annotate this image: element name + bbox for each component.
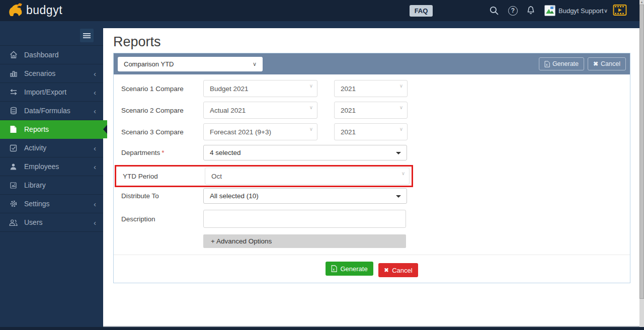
scenario-1-label: Scenario 1 Compare xyxy=(121,85,203,93)
scenario-2-year-select[interactable]: 2021 ∨ xyxy=(334,102,408,119)
database-icon xyxy=(9,107,18,115)
sidebar-item-reports[interactable]: Reports xyxy=(0,120,103,139)
scenario-1-select[interactable]: Budget 2021 ∨ xyxy=(203,80,317,97)
scrollbar-thumb[interactable] xyxy=(639,5,644,299)
sidebar-item-users[interactable]: Users xyxy=(0,213,103,232)
ytd-period-select[interactable]: Oct ∨ xyxy=(205,168,410,185)
budgyt-logo[interactable]: budgyt xyxy=(7,3,62,18)
scenario-3-value: Forecast 2021 (9+3) xyxy=(210,128,271,136)
ytd-period-row: YTD Period Oct ∨ xyxy=(116,168,412,185)
generate-button[interactable]: x Generate xyxy=(326,262,373,276)
faq-button[interactable]: FAQ xyxy=(410,5,433,17)
scenario-2-row: Scenario 2 Compare Actual 2021 ∨ 2021 ∨ xyxy=(114,102,630,119)
chevron-down-icon: ∨ xyxy=(253,61,257,67)
departments-label: Departments* xyxy=(121,149,203,156)
sidebar-toggle-hamburger-icon[interactable] xyxy=(80,29,94,42)
search-icon[interactable] xyxy=(489,0,499,21)
cancel-button[interactable]: ✖ Cancel xyxy=(378,263,418,277)
bottom-bar xyxy=(0,327,644,330)
sidebar-item-data-formulas[interactable]: Data/Formulas xyxy=(0,102,103,120)
report-type-select[interactable]: Comparison YTD ∨ xyxy=(118,57,263,71)
bar-chart-icon xyxy=(9,69,18,78)
bell-icon[interactable] xyxy=(526,0,535,21)
home-icon xyxy=(9,51,18,59)
sidebar-item-label: Reports xyxy=(24,125,49,133)
vertical-scrollbar[interactable]: ▲ xyxy=(639,0,644,330)
generate-button-label: Generate xyxy=(340,265,367,273)
chevron-left-icon xyxy=(94,163,96,171)
sidebar-item-library[interactable]: Library xyxy=(0,176,103,195)
description-input[interactable] xyxy=(203,210,406,228)
sidebar-item-label: Activity xyxy=(24,144,46,152)
scenario-3-label: Scenario 3 Compare xyxy=(121,128,203,136)
distribute-to-value: All selected (10) xyxy=(210,192,259,200)
caret-down-icon xyxy=(396,195,401,198)
x-icon: ✖ xyxy=(384,267,389,274)
report-type-value: Comparison YTD xyxy=(124,60,174,68)
form-footer: x Generate ✖ Cancel xyxy=(114,255,630,283)
sidebar-item-activity[interactable]: Activity xyxy=(0,139,103,157)
report-form-header: Comparison YTD ∨ x Generate xyxy=(114,53,630,74)
logo-wordmark: budgyt xyxy=(26,4,62,17)
departments-row: Departments* 4 selected xyxy=(114,145,630,160)
sidebar-item-label: Data/Formulas xyxy=(24,107,70,115)
departments-select[interactable]: 4 selected xyxy=(203,145,407,160)
sidebar-item-label: Users xyxy=(24,218,43,226)
budgyt-elephant-icon xyxy=(7,3,24,18)
report-form-card: Comparison YTD ∨ x Generate xyxy=(113,53,630,283)
main-area: Reports Comparison YTD ∨ x xyxy=(103,21,644,330)
sidebar: Dashboard Scenarios Import/Export xyxy=(0,21,103,330)
distribute-to-row: Distribute To All selected (10) xyxy=(114,188,630,204)
scenario-3-select[interactable]: Forecast 2021 (9+3) ∨ xyxy=(203,123,317,140)
file-icon xyxy=(9,125,18,134)
question-mark-glyph: ? xyxy=(508,6,518,16)
advanced-options-toggle[interactable]: + Advanced Options xyxy=(203,234,406,248)
sidebar-item-label: Dashboard xyxy=(24,51,59,59)
departments-value: 4 selected xyxy=(210,149,241,156)
sidebar-item-label: Settings xyxy=(24,200,50,208)
chevron-down-icon[interactable]: ∨ xyxy=(604,0,608,21)
scenario-1-year-select[interactable]: 2021 ∨ xyxy=(334,80,408,97)
scenario-3-year-value: 2021 xyxy=(341,128,356,136)
report-form-body: Scenario 1 Compare Budget 2021 ∨ 2021 ∨ … xyxy=(114,74,630,283)
chevron-down-icon: ∨ xyxy=(309,105,313,110)
distribute-to-select[interactable]: All selected (10) xyxy=(203,188,407,204)
advanced-options-label: + Advanced Options xyxy=(211,237,272,245)
svg-text:x: x xyxy=(546,63,548,66)
scenario-3-row: Scenario 3 Compare Forecast 2021 (9+3) ∨… xyxy=(114,123,630,140)
sidebar-item-settings[interactable]: Settings xyxy=(0,195,103,213)
sidebar-item-employees[interactable]: Employees xyxy=(0,157,103,176)
scenario-1-value: Budget 2021 xyxy=(210,85,249,93)
gear-icon xyxy=(9,200,18,208)
ytd-period-highlight-box: YTD Period Oct ∨ xyxy=(115,165,413,187)
chevron-down-icon: ∨ xyxy=(399,83,403,89)
people-icon xyxy=(9,218,18,227)
cancel-button-top[interactable]: ✖ Cancel xyxy=(588,57,626,70)
chevron-down-icon: ∨ xyxy=(401,171,405,176)
sidebar-item-dashboard[interactable]: Dashboard xyxy=(0,46,103,64)
video-tutorials-icon[interactable] xyxy=(613,4,627,16)
sidebar-item-label: Employees xyxy=(24,162,59,171)
sidebar-item-scenarios[interactable]: Scenarios xyxy=(0,64,103,83)
chevron-left-icon xyxy=(94,89,96,96)
scenario-3-year-select[interactable]: 2021 ∨ xyxy=(334,123,408,140)
scenario-2-select[interactable]: Actual 2021 ∨ xyxy=(203,102,317,119)
image-file-icon xyxy=(9,181,18,190)
sidebar-item-label: Scenarios xyxy=(24,69,55,77)
cancel-button-label: Cancel xyxy=(392,267,412,274)
scenario-2-year-value: 2021 xyxy=(341,107,356,114)
spreadsheet-file-icon: x xyxy=(331,265,337,272)
chevron-down-icon: ∨ xyxy=(309,126,313,132)
description-row: Description xyxy=(114,210,630,228)
user-menu[interactable]: Budgyt Support xyxy=(558,0,604,21)
generate-button-label: Generate xyxy=(552,60,579,67)
user-avatar[interactable] xyxy=(544,5,555,16)
generate-button-top[interactable]: x Generate xyxy=(539,57,584,70)
x-icon: ✖ xyxy=(593,60,598,67)
sidebar-item-import-export[interactable]: Import/Export xyxy=(0,83,103,102)
scroll-up-arrow-icon[interactable]: ▲ xyxy=(639,0,644,5)
help-icon[interactable]: ? xyxy=(508,0,518,21)
chevron-left-icon xyxy=(94,70,96,77)
scenario-1-row: Scenario 1 Compare Budget 2021 ∨ 2021 ∨ xyxy=(114,80,630,97)
chevron-left-icon xyxy=(94,200,96,208)
